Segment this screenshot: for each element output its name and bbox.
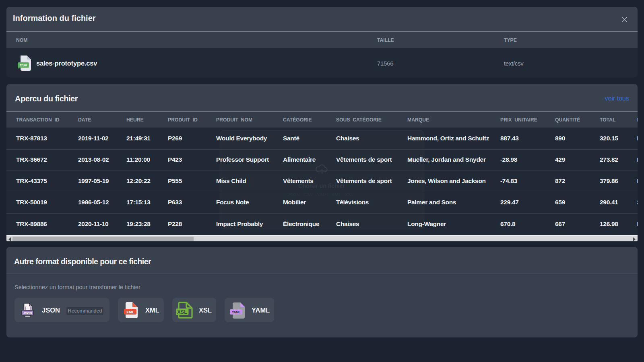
svg-text:{...}: {...} [25, 306, 31, 310]
svg-text:CSV: CSV [20, 63, 28, 67]
svg-text:YAML: YAML [232, 310, 241, 314]
svg-text:XML: XML [126, 310, 134, 314]
svg-text:JSON: JSON [23, 311, 32, 315]
svg-text:XSL: XSL [178, 309, 188, 315]
